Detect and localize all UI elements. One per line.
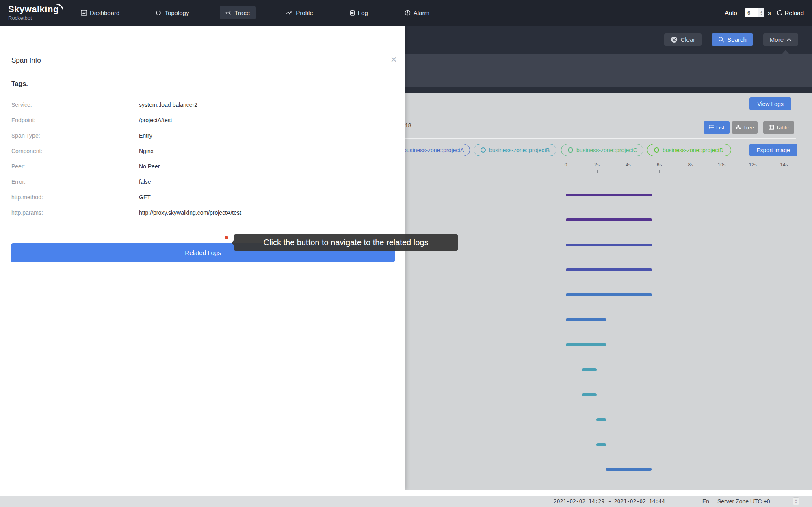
axis-tick-mark <box>628 170 628 173</box>
span-attributes: Service: system::load balancer2 Endpoint… <box>0 97 405 220</box>
stepper-arrows-icon[interactable]: ▲▼ <box>758 8 764 17</box>
reload-button[interactable]: Reload <box>776 9 804 16</box>
auto-interval-input[interactable]: 6 ▲▼ <box>745 8 764 17</box>
view-mode-table-button[interactable]: Table <box>763 121 794 134</box>
related-logs-tooltip: Click the button to navigate to the rela… <box>234 234 458 251</box>
span-attr-row-service: Service: system::load balancer2 <box>0 97 405 112</box>
legend-pill-projectC[interactable]: business-zone::projectC <box>561 144 643 156</box>
attr-label: Endpoint: <box>11 117 35 123</box>
axis-tick-mark <box>566 170 566 173</box>
auto-label: Auto <box>725 9 737 16</box>
trace-span-bar[interactable] <box>606 468 652 471</box>
axis-tick-label: 10s <box>710 162 734 168</box>
span-attr-row-peer: Peer: No Peer <box>0 159 405 174</box>
axis-tick-mark <box>597 170 598 173</box>
trace-span-bar[interactable] <box>566 268 652 271</box>
clear-circle-x-icon <box>671 36 678 43</box>
trace-span-bar[interactable] <box>596 418 606 421</box>
legend-pill-projectD[interactable]: business-zone::projectD <box>647 144 731 156</box>
zone-stepper-icon[interactable]: ˄˅ <box>793 497 799 505</box>
clear-label: Clear <box>680 36 695 43</box>
axis-tick-mark <box>722 170 722 173</box>
dashboard-chart-icon <box>81 10 87 16</box>
legend-circle-icon <box>654 147 659 153</box>
trace-span-bar[interactable] <box>566 194 652 196</box>
attr-value: false <box>139 179 151 185</box>
attr-label: Service: <box>11 101 32 108</box>
trace-span-bar[interactable] <box>566 318 606 321</box>
tree-icon <box>736 125 741 130</box>
close-icon[interactable]: ✕ <box>390 55 397 65</box>
clear-button[interactable]: Clear <box>664 33 702 46</box>
attr-label: Peer: <box>11 163 25 170</box>
legend-pill-projectB[interactable]: business-zone::projectB <box>474 144 556 156</box>
trace-span-bar[interactable] <box>582 393 596 396</box>
span-info-panel: Span Info ✕ Tags. Service: system::load … <box>0 26 405 490</box>
attr-label: Component: <box>11 148 42 154</box>
attr-value: GET <box>139 194 151 201</box>
reload-label: Reload <box>784 9 804 16</box>
attr-label: Span Type: <box>11 132 40 139</box>
tooltip-text: Click the button to navigate to the rela… <box>264 238 429 247</box>
server-zone-label: Server Zone UTC +0 <box>717 498 770 505</box>
nav-item-alarm[interactable]: Alarm <box>399 6 435 19</box>
nav-item-label: Topology <box>165 9 189 16</box>
nav-item-label: Trace <box>234 9 250 16</box>
axis-tick-label: 8s <box>678 162 703 168</box>
legend-circle-icon <box>481 147 486 153</box>
trace-span-bar[interactable] <box>582 368 596 371</box>
alarm-circle-icon <box>405 10 411 16</box>
legend-label: business-zone::projectC <box>576 147 637 153</box>
seconds-label: s <box>768 9 771 16</box>
trace-span-bar[interactable] <box>566 343 606 346</box>
nav-item-log[interactable]: Log <box>344 6 374 19</box>
top-navbar: Skywalking Rocketbot Dashboard Topology <box>0 0 812 26</box>
nav-item-profile[interactable]: Profile <box>281 6 319 19</box>
language-selector[interactable]: En <box>702 498 709 505</box>
axis-tick-mark <box>784 170 784 173</box>
trace-branch-icon <box>225 10 232 16</box>
profile-pulse-icon <box>286 11 293 15</box>
main-nav: Dashboard Topology Trace Profile <box>75 0 460 26</box>
nav-item-label: Log <box>358 9 368 16</box>
view-mode-list-button[interactable]: List <box>704 121 730 134</box>
search-icon <box>718 37 724 43</box>
legend-circle-icon <box>568 147 573 153</box>
legend-label: business-zone::projectA <box>403 147 464 153</box>
view-mode-label: Table <box>776 125 788 131</box>
footer-bar: 2021-02-02 14:29 ~ 2021-02-02 14:44 En S… <box>0 496 812 507</box>
axis-tick-mark <box>659 170 660 173</box>
logo-swoosh-icon <box>54 3 64 14</box>
more-label: More <box>770 36 784 43</box>
view-logs-button[interactable]: View Logs <box>749 97 791 110</box>
app-logo[interactable]: Skywalking Rocketbot <box>8 5 59 21</box>
nav-item-trace[interactable]: Trace <box>220 6 256 19</box>
span-attr-row-http-method: http.method: GET <box>0 190 405 205</box>
attr-value: Nginx <box>139 148 154 154</box>
nav-item-label: Profile <box>296 9 313 16</box>
span-attr-row-component: Component: Nginx <box>0 143 405 159</box>
trace-span-bar[interactable] <box>566 218 652 221</box>
topology-icon <box>156 10 162 16</box>
trace-span-bar[interactable] <box>566 244 652 246</box>
attr-value: Entry <box>139 132 152 139</box>
reload-icon <box>776 9 783 16</box>
attr-value: system::load balancer2 <box>139 101 197 108</box>
nav-item-dashboard[interactable]: Dashboard <box>75 6 125 19</box>
trace-timestamp-fragment: 18 <box>405 122 411 129</box>
search-button[interactable]: Search <box>712 33 753 46</box>
view-mode-tree-button[interactable]: Tree <box>732 121 758 134</box>
attr-label: Error: <box>11 179 26 185</box>
trace-span-bar[interactable] <box>566 293 652 296</box>
nav-item-topology[interactable]: Topology <box>150 6 195 19</box>
time-range-display[interactable]: 2021-02-02 14:29 ~ 2021-02-02 14:44 <box>554 498 665 504</box>
trace-span-bar[interactable] <box>596 443 606 446</box>
more-button[interactable]: More <box>763 33 798 46</box>
export-image-button[interactable]: Export image <box>749 144 797 156</box>
skywalking-trace-page: Skywalking Rocketbot Dashboard Topology <box>0 0 812 507</box>
search-label: Search <box>727 36 747 43</box>
logo-subtitle: Rocketbot <box>8 15 59 21</box>
auto-interval-value: 6 <box>745 10 758 16</box>
table-icon <box>769 125 774 130</box>
nav-item-label: Dashboard <box>90 9 119 16</box>
